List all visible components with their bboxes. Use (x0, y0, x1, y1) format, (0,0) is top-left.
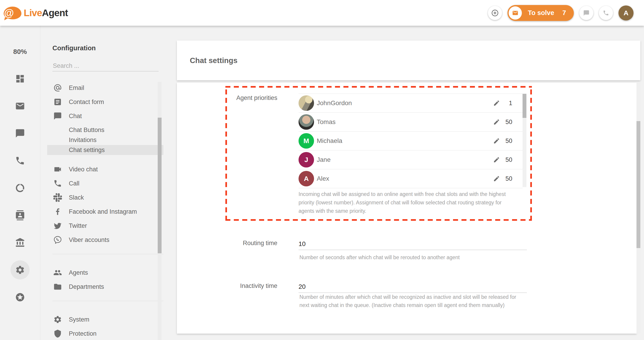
agent-row: JJane50 (298, 150, 522, 169)
sidebar-item-invitations[interactable]: Invitations (52, 135, 158, 145)
agent-priorities-description: Incoming chat will be assigned to an onl… (298, 190, 518, 215)
logo-agent: Agent (42, 7, 68, 18)
logo-at-icon: @ (4, 6, 22, 19)
phone-icon (53, 179, 64, 188)
facebook-icon (53, 207, 64, 216)
agent-list-scrollbar-thumb[interactable] (522, 94, 526, 118)
sidebar-item-label: Email (69, 84, 84, 91)
inactivity-time-label: Inactivity time (211, 282, 277, 290)
agent-priorities-list: JohnGordon1Tomas50MMichaela50JJane50AAle… (298, 94, 526, 187)
inactivity-time-helper: Number of minutes after which chat will … (300, 293, 527, 309)
envelope-icon (509, 6, 522, 19)
edit-pencil-icon[interactable] (493, 138, 500, 144)
sidebar-item-call[interactable]: Call (52, 176, 158, 190)
sidebar-item-slack[interactable]: Slack (52, 190, 158, 205)
search-input[interactable] (52, 60, 158, 71)
inactivity-time-input[interactable] (298, 281, 527, 293)
agent-row: JohnGordon1 (298, 94, 522, 112)
sidebar-item-email[interactable]: Email (52, 81, 158, 95)
sidebar-item-label: Twitter (69, 222, 87, 229)
twitter-icon (53, 221, 64, 230)
edit-pencil-icon[interactable] (493, 175, 500, 182)
routing-time-input[interactable] (298, 238, 527, 250)
sidebar-divider (52, 254, 164, 254)
rail-data-usage-icon[interactable] (15, 183, 25, 193)
sidebar-item-video-chat[interactable]: Video chat (52, 162, 158, 176)
top-bar: @ LiveAgent To solve 7 A (0, 0, 644, 26)
load-percent: 80% (0, 47, 40, 57)
settings-icon (53, 315, 64, 324)
shield-icon (53, 329, 64, 338)
agent-row: MMichaela50 (298, 131, 522, 150)
sidebar-item-system[interactable]: System (52, 313, 158, 327)
chat-bubble-icon (583, 10, 590, 16)
edit-pencil-icon[interactable] (493, 156, 500, 163)
rail-settings-icon[interactable] (15, 265, 25, 275)
user-avatar[interactable]: A (618, 5, 634, 20)
agent-rows: JohnGordon1Tomas50MMichaela50JJane50AAle… (298, 94, 522, 188)
agent-priority-value: 1 (502, 100, 512, 107)
agent-list-scrollbar[interactable] (522, 94, 526, 187)
icon-rail: 80% (0, 26, 40, 340)
liveagent-logo[interactable]: @ LiveAgent (4, 4, 68, 22)
logo-at-symbol: @ (4, 8, 14, 18)
sidebar-item-twitter[interactable]: Twitter (52, 219, 158, 233)
sidebar-item-protection[interactable]: Protection (52, 327, 158, 340)
sidebar-item-label: Chat (69, 113, 82, 120)
config-sidebar: Configuration EmailContact formChatChat … (40, 26, 176, 340)
sidebar-divider (52, 301, 164, 301)
sidebar-item-chat-buttons[interactable]: Chat Buttons (52, 125, 158, 135)
plus-icon (491, 9, 499, 17)
sidebar-menu: EmailContact formChatChat ButtonsInvitat… (52, 81, 158, 340)
sidebar-item-departments[interactable]: Departments (52, 280, 158, 294)
sidebar-item-viber-accounts[interactable]: Viber accounts (52, 233, 158, 247)
folder-icon (53, 282, 64, 291)
phone-icon (603, 10, 609, 16)
to-solve-label: To solve (528, 9, 554, 17)
sidebar-item-label: Protection (69, 330, 96, 337)
videocam-icon (53, 165, 64, 174)
chat-icon (53, 112, 64, 120)
calls-button[interactable] (599, 6, 613, 20)
rail-phone-icon[interactable] (15, 156, 25, 166)
logo-live: Live (24, 7, 42, 18)
avatar: A (298, 171, 314, 186)
sidebar-item-chat[interactable]: Chat (52, 109, 158, 123)
rail-stars-icon[interactable] (15, 292, 25, 303)
main-scrollbar[interactable] (636, 83, 640, 334)
sidebar-item-label: Contact form (69, 99, 104, 106)
sidebar-item-label: Chat settings (69, 147, 105, 154)
agent-priority-value: 50 (502, 156, 512, 164)
add-button[interactable] (488, 6, 502, 20)
agent-name: Tomas (317, 118, 493, 126)
sidebar-scrollbar[interactable] (158, 82, 162, 340)
rail-chat-icon[interactable] (15, 128, 25, 139)
rail-contacts-icon[interactable] (15, 210, 25, 220)
main-scrollbar-thumb[interactable] (636, 121, 640, 248)
rail-bank-icon[interactable] (15, 237, 25, 248)
rail-dashboard-icon[interactable] (15, 73, 25, 84)
sidebar-item-label: Departments (69, 283, 104, 290)
rail-email-icon[interactable] (15, 101, 25, 111)
agent-priority-value: 50 (502, 138, 512, 145)
sidebar-item-label: Facebook and Instagram (69, 208, 137, 215)
sidebar-item-contact-form[interactable]: Contact form (52, 95, 158, 109)
sidebar-scrollbar-thumb[interactable] (158, 118, 162, 253)
topbar-actions: To solve 7 A (488, 5, 634, 21)
to-solve-button[interactable]: To solve 7 (508, 5, 574, 21)
sidebar-item-label: Video chat (69, 166, 98, 173)
settings-card: Agent priorities JohnGordon1Tomas50MMich… (177, 83, 636, 334)
edit-pencil-icon[interactable] (493, 100, 500, 107)
sidebar-title: Configuration (52, 44, 96, 52)
sidebar-item-facebook-and-instagram[interactable]: Facebook and Instagram (52, 205, 158, 219)
edit-pencil-icon[interactable] (493, 119, 500, 125)
agent-name: Jane (317, 156, 493, 164)
agent-name: Alex (317, 175, 493, 182)
agent-name: Michaela (317, 137, 493, 145)
chats-button[interactable] (579, 6, 594, 20)
avatar: M (298, 133, 314, 149)
sidebar-item-chat-settings[interactable]: Chat settings (47, 145, 164, 155)
avatar: J (298, 152, 314, 168)
routing-time-label: Routing time (211, 240, 277, 247)
sidebar-item-agents[interactable]: Agents (52, 266, 158, 280)
